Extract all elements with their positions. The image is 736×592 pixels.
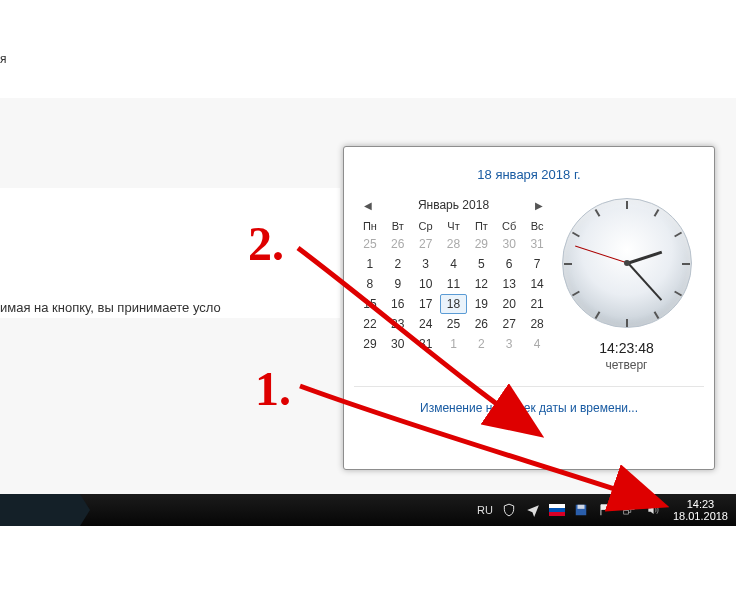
clock-panel: 14:23:48 четверг: [551, 196, 702, 372]
calendar-day[interactable]: 30: [384, 334, 412, 354]
datetime-popup: 18 января 2018 г. ◀ Январь 2018 ▶ ПнВтСр…: [343, 146, 715, 470]
calendar-day-today[interactable]: 18: [440, 294, 468, 314]
month-label[interactable]: Январь 2018: [418, 198, 489, 212]
content-block-top: я: [0, 0, 736, 98]
calendar-day[interactable]: 28: [523, 314, 551, 334]
taskbar: RU 14:23 18.01.2018: [0, 494, 736, 526]
calendar-day[interactable]: 27: [412, 234, 440, 254]
calendar-day[interactable]: 9: [384, 274, 412, 294]
calendar-day[interactable]: 3: [495, 334, 523, 354]
calendar-day[interactable]: 11: [440, 274, 468, 294]
calendar-day[interactable]: 19: [467, 294, 495, 314]
svg-rect-1: [549, 508, 565, 512]
svg-rect-2: [549, 512, 565, 516]
calendar-day[interactable]: 8: [356, 274, 384, 294]
calendar-day[interactable]: 4: [523, 334, 551, 354]
partial-text-ya: я: [0, 52, 7, 66]
calendar-day[interactable]: 20: [495, 294, 523, 314]
analog-clock: [562, 198, 692, 328]
calendar-day[interactable]: 27: [495, 314, 523, 334]
date-header: 18 января 2018 г.: [344, 147, 714, 182]
shield-icon[interactable]: [501, 502, 517, 518]
content-block-mid: [0, 188, 340, 318]
network-icon[interactable]: [621, 502, 637, 518]
calendar-day[interactable]: 7: [523, 254, 551, 274]
calendar-day[interactable]: 10: [412, 274, 440, 294]
calendar-day[interactable]: 6: [495, 254, 523, 274]
calendar-day[interactable]: 2: [467, 334, 495, 354]
calendar-day[interactable]: 21: [523, 294, 551, 314]
weekday-header: Вс: [523, 218, 551, 234]
calendar-day[interactable]: 29: [356, 334, 384, 354]
weekday-header: Пн: [356, 218, 384, 234]
calendar-day[interactable]: 25: [356, 234, 384, 254]
popup-body: ◀ Январь 2018 ▶ ПнВтСрЧтПтСбВс2526272829…: [344, 182, 714, 380]
calendar-day[interactable]: 4: [440, 254, 468, 274]
calendar-day[interactable]: 25: [440, 314, 468, 334]
next-month-icon[interactable]: ▶: [531, 200, 547, 211]
taskbar-app-region[interactable]: [0, 494, 80, 526]
tray-date: 18.01.2018: [673, 510, 728, 522]
calendar-day[interactable]: 2: [384, 254, 412, 274]
calendar-day[interactable]: 5: [467, 254, 495, 274]
calendar-day[interactable]: 31: [523, 234, 551, 254]
prev-month-icon[interactable]: ◀: [360, 200, 376, 211]
svg-rect-4: [577, 505, 584, 509]
calendar-day[interactable]: 17: [412, 294, 440, 314]
calendar-day[interactable]: 13: [495, 274, 523, 294]
calendar-day[interactable]: 1: [356, 254, 384, 274]
change-datetime-link[interactable]: Изменение настроек даты и времени...: [344, 387, 714, 427]
calendar-grid: ПнВтСрЧтПтСбВс25262728293031123456789101…: [356, 218, 551, 354]
weekday-header: Чт: [440, 218, 468, 234]
calendar-day[interactable]: 28: [440, 234, 468, 254]
svg-rect-5: [624, 511, 629, 514]
calendar-day[interactable]: 22: [356, 314, 384, 334]
system-tray: RU 14:23 18.01.2018: [477, 498, 736, 522]
clock-center: [624, 260, 630, 266]
weekday-label: четверг: [606, 358, 648, 372]
calendar-day[interactable]: 24: [412, 314, 440, 334]
calendar-day[interactable]: 16: [384, 294, 412, 314]
weekday-header: Ср: [412, 218, 440, 234]
flag-icon[interactable]: [597, 502, 613, 518]
plane-icon[interactable]: [525, 502, 541, 518]
tray-time: 14:23: [673, 498, 728, 510]
clock-hour-hand: [628, 251, 662, 265]
calendar-day[interactable]: 30: [495, 234, 523, 254]
clock-second-hand: [575, 246, 628, 264]
calendar-day[interactable]: 1: [440, 334, 468, 354]
calendar-day[interactable]: 3: [412, 254, 440, 274]
weekday-header: Сб: [495, 218, 523, 234]
calendar-day[interactable]: 23: [384, 314, 412, 334]
month-nav: ◀ Январь 2018 ▶: [356, 196, 551, 218]
digital-time: 14:23:48: [599, 340, 654, 356]
calendar-day[interactable]: 15: [356, 294, 384, 314]
weekday-header: Пт: [467, 218, 495, 234]
weekday-header: Вт: [384, 218, 412, 234]
svg-rect-0: [549, 504, 565, 508]
calendar-day[interactable]: 14: [523, 274, 551, 294]
calendar-day[interactable]: 12: [467, 274, 495, 294]
language-indicator[interactable]: RU: [477, 504, 493, 516]
calendar-day[interactable]: 26: [467, 314, 495, 334]
calendar-day[interactable]: 26: [384, 234, 412, 254]
volume-icon[interactable]: [645, 502, 661, 518]
calendar-day[interactable]: 31: [412, 334, 440, 354]
ru-flag-icon[interactable]: [549, 502, 565, 518]
tray-clock[interactable]: 14:23 18.01.2018: [669, 498, 728, 522]
clock-minute-hand: [627, 262, 662, 300]
terms-text: имая на кнопку, вы принимаете усло: [0, 300, 221, 315]
disk-icon[interactable]: [573, 502, 589, 518]
calendar-day[interactable]: 29: [467, 234, 495, 254]
calendar: ◀ Январь 2018 ▶ ПнВтСрЧтПтСбВс2526272829…: [356, 196, 551, 372]
svg-rect-6: [630, 506, 635, 510]
